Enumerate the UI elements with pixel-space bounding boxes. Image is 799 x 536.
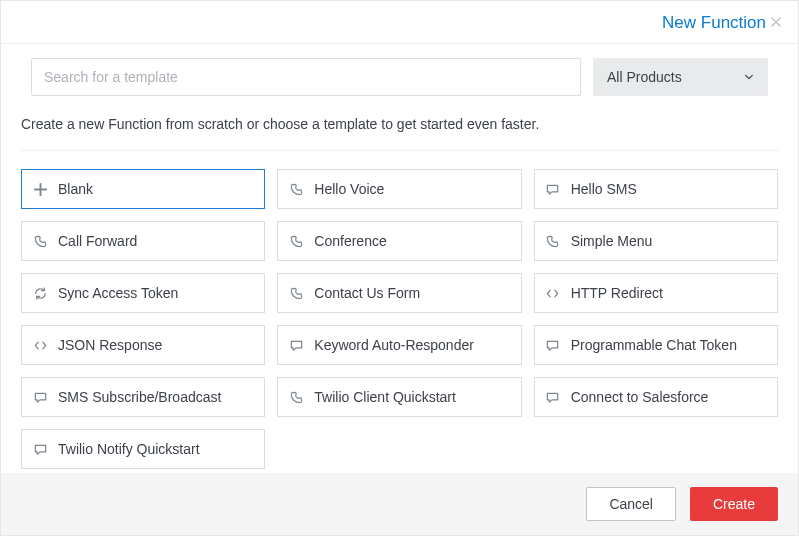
chat-icon: [32, 441, 48, 457]
phone-icon: [545, 233, 561, 249]
chat-icon: [32, 389, 48, 405]
template-label: Connect to Salesforce: [571, 389, 709, 405]
cancel-button[interactable]: Cancel: [586, 487, 676, 521]
template-label: JSON Response: [58, 337, 162, 353]
template-tile[interactable]: Twilio Client Quickstart: [277, 377, 521, 417]
search-row: All Products: [21, 58, 778, 96]
template-tile[interactable]: Blank: [21, 169, 265, 209]
product-filter-dropdown[interactable]: All Products: [593, 58, 768, 96]
template-label: Sync Access Token: [58, 285, 178, 301]
phone-icon: [288, 181, 304, 197]
sync-icon: [32, 285, 48, 301]
chat-icon: [545, 389, 561, 405]
template-tile[interactable]: Contact Us Form: [277, 273, 521, 313]
close-icon[interactable]: [770, 15, 782, 31]
chat-icon: [288, 337, 304, 353]
template-label: Conference: [314, 233, 386, 249]
dropdown-selected-label: All Products: [607, 69, 682, 85]
template-label: HTTP Redirect: [571, 285, 663, 301]
template-tile[interactable]: Sync Access Token: [21, 273, 265, 313]
template-label: Twilio Notify Quickstart: [58, 441, 200, 457]
template-tile[interactable]: SMS Subscribe/Broadcast: [21, 377, 265, 417]
template-tile[interactable]: Call Forward: [21, 221, 265, 261]
phone-icon: [288, 285, 304, 301]
template-tile[interactable]: Simple Menu: [534, 221, 778, 261]
template-label: Hello SMS: [571, 181, 637, 197]
template-tile[interactable]: Conference: [277, 221, 521, 261]
new-function-modal: New Function All Products Create a new F…: [0, 0, 799, 536]
template-tile[interactable]: HTTP Redirect: [534, 273, 778, 313]
template-label: Call Forward: [58, 233, 137, 249]
search-input[interactable]: [31, 58, 581, 96]
phone-icon: [32, 233, 48, 249]
create-button[interactable]: Create: [690, 487, 778, 521]
template-tile[interactable]: JSON Response: [21, 325, 265, 365]
template-tile[interactable]: Hello SMS: [534, 169, 778, 209]
template-tile[interactable]: Programmable Chat Token: [534, 325, 778, 365]
template-tile[interactable]: Keyword Auto-Responder: [277, 325, 521, 365]
plus-icon: [32, 181, 48, 197]
modal-title: New Function: [662, 13, 766, 33]
template-grid: BlankHello VoiceHello SMSCall ForwardCon…: [21, 169, 778, 469]
modal-header: New Function: [1, 1, 798, 44]
modal-body: All Products Create a new Function from …: [1, 44, 798, 473]
template-label: SMS Subscribe/Broadcast: [58, 389, 221, 405]
template-label: Keyword Auto-Responder: [314, 337, 474, 353]
phone-icon: [288, 233, 304, 249]
modal-footer: Cancel Create: [1, 473, 798, 535]
chat-icon: [545, 337, 561, 353]
template-label: Hello Voice: [314, 181, 384, 197]
template-label: Contact Us Form: [314, 285, 420, 301]
chat-icon: [545, 181, 561, 197]
template-label: Programmable Chat Token: [571, 337, 737, 353]
chevron-down-icon: [744, 72, 754, 82]
template-tile[interactable]: Twilio Notify Quickstart: [21, 429, 265, 469]
template-label: Simple Menu: [571, 233, 653, 249]
phone-icon: [288, 389, 304, 405]
template-tile[interactable]: Hello Voice: [277, 169, 521, 209]
template-label: Blank: [58, 181, 93, 197]
template-tile[interactable]: Connect to Salesforce: [534, 377, 778, 417]
code-icon: [32, 337, 48, 353]
divider: [21, 150, 778, 151]
intro-text: Create a new Function from scratch or ch…: [21, 116, 778, 132]
template-label: Twilio Client Quickstart: [314, 389, 456, 405]
code-icon: [545, 285, 561, 301]
